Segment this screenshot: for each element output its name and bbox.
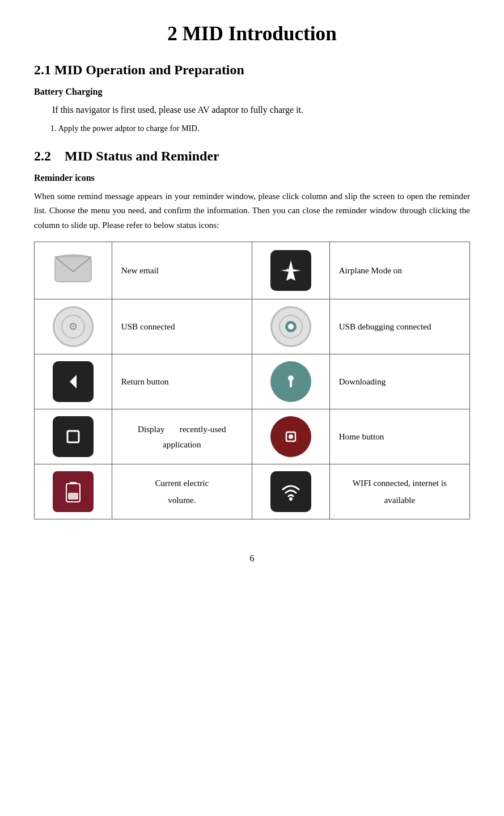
- table-row: Display recently-usedapplication Home b: [35, 409, 470, 464]
- svg-text:⚙: ⚙: [69, 321, 78, 332]
- return-button-icon-cell: [35, 354, 112, 409]
- wifi-label: WIFI connected, internet isavailable: [329, 464, 469, 519]
- battery-para2: 1. Apply the power adptor to charge for …: [34, 122, 470, 135]
- usb-connected-icon-cell: ⚙: [35, 299, 112, 354]
- table-row: Return button Downloading: [35, 354, 470, 409]
- downloading-label: Downloading: [329, 354, 469, 409]
- section-2-2-heading: 2.2 MID Status and Reminder: [34, 149, 470, 164]
- wifi-icon: [270, 496, 311, 506]
- svg-marker-7: [70, 375, 77, 388]
- home-button-icon-cell: [252, 409, 329, 464]
- usb-connected-icon: ⚙: [53, 331, 94, 341]
- section-2-1-heading: 2.1 MID Operation and Preparation: [34, 62, 470, 78]
- battery-para1: If this navigator is first used, please …: [34, 103, 470, 117]
- home-button-icon: [270, 441, 311, 451]
- airplane-mode-label: Airplane Mode on: [329, 242, 469, 299]
- svg-rect-10: [290, 380, 292, 387]
- svg-rect-17: [68, 493, 78, 500]
- page-title: 2 MID Introduction: [34, 23, 470, 45]
- return-button-label: Return button: [112, 354, 252, 409]
- table-row: Current electricvolume. WIFI: [35, 464, 470, 519]
- recent-apps-icon: [53, 441, 94, 451]
- battery-icon-cell: [35, 464, 112, 519]
- usb-debug-icon: [270, 331, 311, 341]
- svg-rect-11: [67, 431, 79, 442]
- recent-apps-icon-cell: [35, 409, 112, 464]
- svg-rect-16: [70, 482, 77, 484]
- airplane-mode-icon-cell: ✈: [252, 242, 329, 299]
- status-icons-table: New email ✈ Airplane Mode on: [34, 242, 470, 519]
- svg-point-18: [289, 497, 293, 501]
- battery-icon: [53, 496, 94, 506]
- new-email-icon-cell: [35, 242, 112, 299]
- section-2-2: 2.2 MID Status and Reminder Reminder ico…: [34, 149, 470, 520]
- downloading-icon-cell: [252, 354, 329, 409]
- reminder-text: When some remind message appears in your…: [34, 189, 470, 233]
- svg-text:✈: ✈: [286, 264, 295, 276]
- usb-debug-icon-cell: [252, 299, 329, 354]
- wifi-icon-cell: [252, 464, 329, 519]
- svg-point-14: [289, 434, 293, 439]
- svg-point-9: [288, 375, 294, 381]
- section-2-1: 2.1 MID Operation and Preparation Batter…: [34, 62, 470, 135]
- reminder-icons-heading: Reminder icons: [34, 173, 470, 183]
- home-button-label: Home button: [329, 409, 469, 464]
- airplane-icon: ✈: [270, 276, 311, 286]
- battery-label: Current electricvolume.: [112, 464, 252, 519]
- email-icon: [53, 282, 94, 291]
- new-email-label: New email: [112, 242, 252, 299]
- table-row: New email ✈ Airplane Mode on: [35, 242, 470, 299]
- usb-connected-label: USB connected: [112, 299, 252, 354]
- return-button-icon: [53, 386, 94, 396]
- usb-debug-label: USB debugging connected: [329, 299, 469, 354]
- table-row: ⚙ USB connected: [35, 299, 470, 354]
- downloading-icon: [270, 386, 311, 396]
- battery-charging-heading: Battery Charging: [34, 87, 470, 97]
- page-number: 6: [34, 553, 470, 564]
- svg-point-6: [288, 324, 294, 329]
- recent-apps-label: Display recently-usedapplication: [112, 409, 252, 464]
